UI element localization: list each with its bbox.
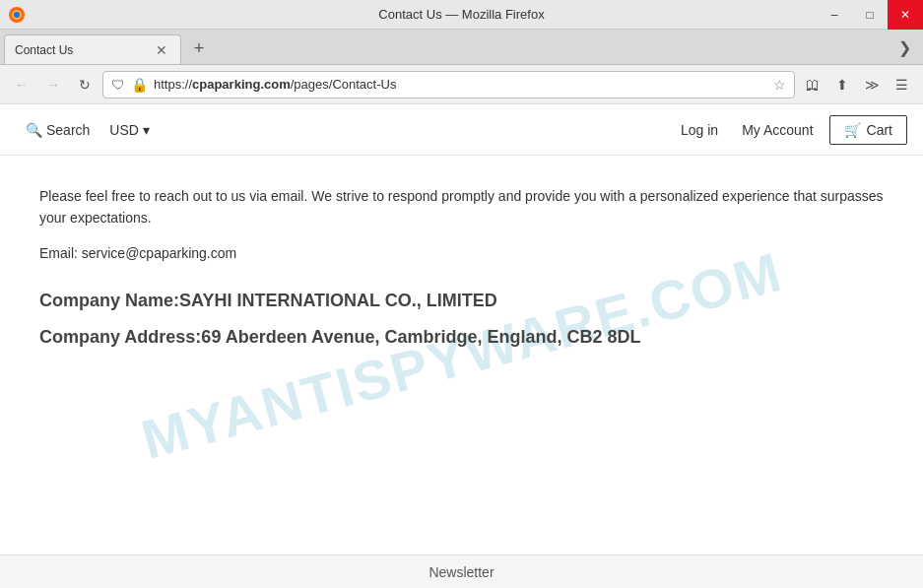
lock-icon: 🔒 [131, 77, 148, 93]
maximize-button[interactable]: □ [852, 0, 888, 30]
menu-button[interactable]: ☰ [888, 71, 915, 98]
url-domain: cpaparking.com [192, 77, 291, 92]
extensions-button[interactable]: ≫ [858, 71, 886, 98]
company-name: Company Name:SAYHI INTERNATIONAL CO., LI… [39, 291, 884, 311]
firefox-icon [8, 6, 26, 24]
close-button[interactable]: ✕ [888, 0, 923, 30]
cart-label: Cart [867, 122, 892, 138]
tab-bar-right: ❯ [894, 34, 923, 64]
site-toolbar: 🔍 Search USD ▾ Log in My Account 🛒 Cart [0, 104, 923, 156]
search-button[interactable]: 🔍 Search [16, 116, 99, 144]
pocket-icon[interactable]: 🕮 [799, 71, 826, 98]
svg-point-2 [14, 12, 20, 18]
security-icon: 🛡 [111, 77, 125, 93]
my-account-link[interactable]: My Account [734, 116, 821, 144]
site-toolbar-right: Log in My Account 🛒 Cart [673, 115, 907, 145]
tab-close-button[interactable]: ✕ [153, 41, 170, 59]
company-address: Company Address:69 Aberdeen Avenue, Camb… [39, 327, 884, 348]
navigation-bar: ← → ↻ 🛡 🔒 https://cpaparking.com/pages/C… [0, 65, 923, 104]
window-controls: – □ ✕ [817, 0, 923, 30]
url-path: /pages/Contact-Us [291, 77, 397, 92]
window-title: Contact Us — Mozilla Firefox [378, 7, 544, 22]
tab-bar: Contact Us ✕ + ❯ [0, 30, 923, 65]
login-link[interactable]: Log in [673, 116, 726, 144]
currency-arrow: ▾ [143, 122, 150, 138]
title-bar: Contact Us — Mozilla Firefox – □ ✕ [0, 0, 923, 30]
url-display: https://cpaparking.com/pages/Contact-Us [154, 77, 767, 92]
watermark: MYANTISPYWARE.COM [135, 238, 789, 471]
reload-button[interactable]: ↻ [71, 71, 99, 98]
address-right-icons: ☆ [773, 77, 786, 93]
currency-selector[interactable]: USD ▾ [99, 116, 160, 144]
nav-right-icons: 🕮 ⬆ ≫ ☰ [799, 71, 915, 98]
active-tab[interactable]: Contact Us ✕ [4, 34, 181, 64]
share-icon[interactable]: ⬆ [828, 71, 856, 98]
tab-list-button[interactable]: ❯ [894, 34, 915, 61]
address-bar[interactable]: 🛡 🔒 https://cpaparking.com/pages/Contact… [102, 71, 795, 98]
main-content: MYANTISPYWARE.COM Please feel free to re… [0, 156, 923, 555]
intro-paragraph: Please feel free to reach out to us via … [39, 185, 884, 229]
email-info: Email: service@cpaparking.com [39, 245, 884, 261]
minimize-button[interactable]: – [817, 0, 852, 30]
bookmark-icon[interactable]: ☆ [773, 77, 786, 93]
forward-button[interactable]: → [39, 71, 67, 98]
search-icon: 🔍 [26, 122, 42, 138]
search-label: Search [46, 122, 90, 138]
url-scheme: https:// [154, 77, 192, 92]
currency-label: USD [109, 122, 139, 138]
company-info: Company Name:SAYHI INTERNATIONAL CO., LI… [39, 291, 884, 348]
footer-bar: Newsletter [0, 555, 923, 588]
tab-title: Contact Us [15, 43, 147, 57]
back-button[interactable]: ← [8, 71, 35, 98]
cart-icon: 🛒 [844, 122, 861, 138]
new-tab-button[interactable]: + [185, 34, 213, 62]
cart-button[interactable]: 🛒 Cart [829, 115, 907, 145]
newsletter-label: Newsletter [429, 564, 494, 580]
